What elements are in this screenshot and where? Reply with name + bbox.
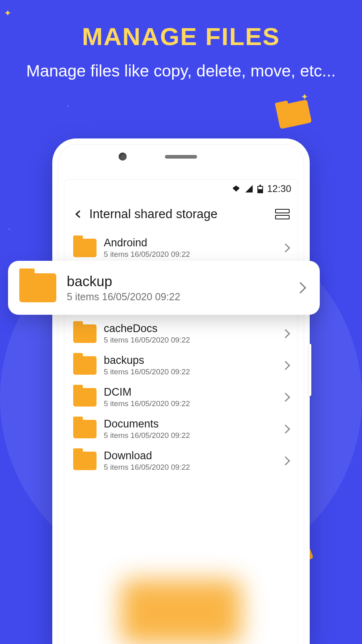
- folder-meta: 5 items 16/05/2020 09:22: [104, 336, 275, 345]
- decorative-folder-icon: [276, 99, 312, 129]
- chevron-right-icon: [281, 361, 290, 370]
- folder-meta: 5 items 16/05/2020 09:22: [67, 291, 286, 303]
- folder-icon: [19, 273, 56, 302]
- folder-meta: 5 items 16/05/2020 09:22: [104, 431, 275, 440]
- folder-meta: 5 items 16/05/2020 09:22: [104, 399, 275, 408]
- page-title: Internal shared storage: [89, 207, 275, 221]
- status-bar: 12:30: [64, 180, 298, 198]
- folder-icon: [73, 420, 97, 438]
- folder-icon: [73, 356, 97, 375]
- folder-meta: 5 items 16/05/2020 09:22: [104, 367, 275, 376]
- chevron-right-icon: [295, 282, 306, 293]
- chevron-right-icon: [281, 329, 290, 338]
- camera-dot: [119, 153, 127, 161]
- promo-subtitle: Manage files like copy, delete, move, et…: [0, 59, 362, 84]
- folder-name: cacheDocs: [104, 322, 275, 335]
- sparkle-icon: ✦: [8, 227, 11, 231]
- wifi-icon: [232, 184, 241, 193]
- folder-row[interactable]: cacheDocs 5 items 16/05/2020 09:22: [64, 318, 298, 349]
- back-button[interactable]: [69, 205, 87, 223]
- phone-side-button: [309, 344, 311, 396]
- folder-icon: [73, 239, 97, 257]
- folder-row[interactable]: DCIM 5 items 16/05/2020 09:22: [64, 381, 298, 413]
- folder-name: backup: [67, 273, 286, 289]
- folder-row-highlighted[interactable]: backup 5 items 16/05/2020 09:22: [8, 261, 320, 315]
- folder-name: Androind: [104, 237, 275, 249]
- chevron-right-icon: [281, 243, 290, 252]
- folder-name: backups: [104, 354, 275, 367]
- folder-icon: [73, 452, 97, 470]
- folder-name: Documents: [104, 418, 275, 430]
- folder-name: DCIM: [104, 386, 275, 398]
- signal-icon: [245, 184, 253, 193]
- chevron-right-icon: [281, 392, 290, 402]
- status-time: 12:30: [267, 183, 291, 194]
- folder-row[interactable]: backups 5 items 16/05/2020 09:22: [64, 349, 298, 381]
- chevron-left-icon: [74, 208, 82, 220]
- folder-meta: 5 items 16/05/2020 09:22: [104, 250, 275, 259]
- bottom-glow: [121, 580, 241, 644]
- folder-row[interactable]: Androind 5 items 16/05/2020 09:22: [64, 232, 298, 264]
- phone-frame: 12:30 Internal shared storage Androind: [52, 138, 310, 644]
- phone-top-bezel: [58, 144, 304, 169]
- chevron-right-icon: [281, 424, 290, 433]
- chevron-right-icon: [281, 456, 290, 465]
- sparkle-icon: ✦: [4, 8, 11, 19]
- view-toggle-button[interactable]: [275, 207, 290, 221]
- folder-icon: [73, 324, 97, 343]
- speaker-grille: [165, 155, 197, 159]
- folder-row[interactable]: Documents 5 items 16/05/2020 09:22: [64, 413, 298, 445]
- folder-icon: [73, 388, 97, 407]
- phone-screen: 12:30 Internal shared storage Androind: [64, 179, 298, 644]
- folder-row[interactable]: Download 5 items 16/05/2020 09:22: [64, 445, 298, 477]
- folder-meta: 5 items 16/05/2020 09:22: [104, 463, 275, 472]
- promo-title: MANAGE FILES: [0, 22, 362, 51]
- app-header: Internal shared storage: [64, 198, 298, 230]
- battery-icon: [257, 184, 263, 193]
- folder-name: Download: [104, 450, 275, 462]
- sparkle-icon: ✦: [66, 105, 69, 108]
